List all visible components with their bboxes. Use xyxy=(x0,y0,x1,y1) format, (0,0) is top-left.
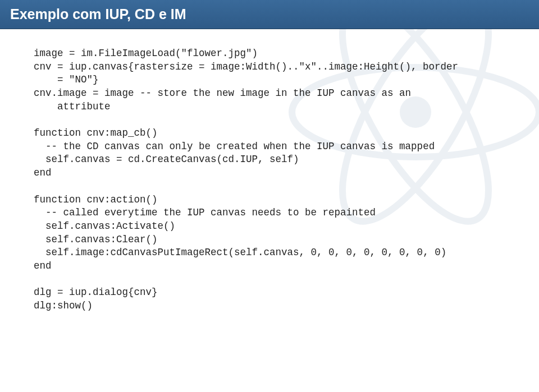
slide-content: image = im.FileImageLoad("flower.jpg") c… xyxy=(0,29,539,338)
slide-title: Exemplo com IUP, CD e IM xyxy=(10,6,186,22)
code-block-1: image = im.FileImageLoad("flower.jpg") c… xyxy=(34,47,505,113)
code-block-3: function cnv:action() -- called everytim… xyxy=(34,193,505,273)
code-block-2: function cnv:map_cb() -- the CD canvas c… xyxy=(34,127,505,180)
slide-header: Exemplo com IUP, CD e IM xyxy=(0,0,539,29)
code-block-4: dlg = iup.dialog{cnv} dlg:show() xyxy=(34,286,505,312)
